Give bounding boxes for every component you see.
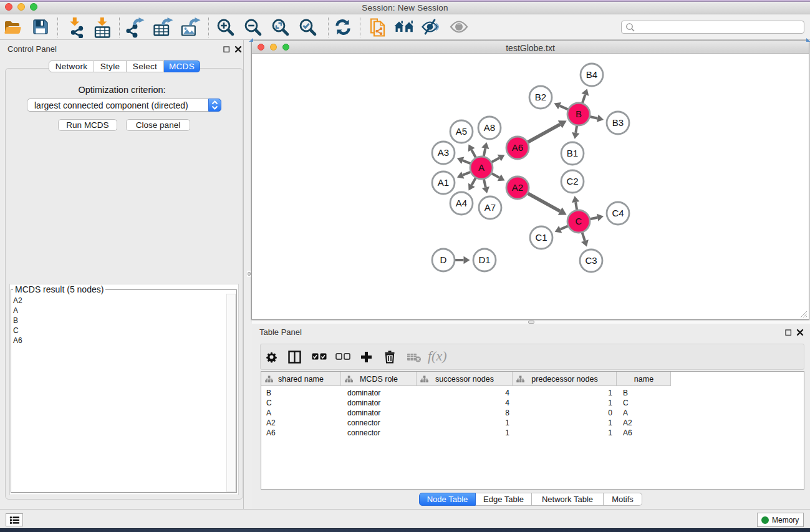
svg-text:C1: C1 (535, 232, 547, 243)
svg-text:C2: C2 (566, 176, 578, 186)
svg-text:B1: B1 (567, 148, 578, 158)
svg-text:A: A (478, 162, 485, 173)
svg-text:C4: C4 (612, 208, 624, 218)
svg-text:B3: B3 (612, 117, 624, 128)
svg-text:A2: A2 (512, 182, 523, 193)
svg-text:A1: A1 (438, 177, 449, 188)
svg-text:C3: C3 (585, 255, 597, 266)
svg-text:D1: D1 (478, 254, 490, 265)
svg-text:A5: A5 (456, 126, 467, 137)
svg-text:A6: A6 (512, 142, 523, 153)
svg-text:C: C (576, 216, 582, 226)
svg-text:D: D (440, 254, 447, 265)
svg-text:B: B (576, 109, 582, 119)
svg-text:B2: B2 (535, 92, 546, 102)
svg-text:A7: A7 (485, 202, 496, 213)
svg-text:A8: A8 (484, 122, 495, 133)
svg-text:A4: A4 (456, 198, 467, 208)
svg-text:A3: A3 (438, 147, 449, 158)
svg-text:B4: B4 (586, 69, 597, 80)
